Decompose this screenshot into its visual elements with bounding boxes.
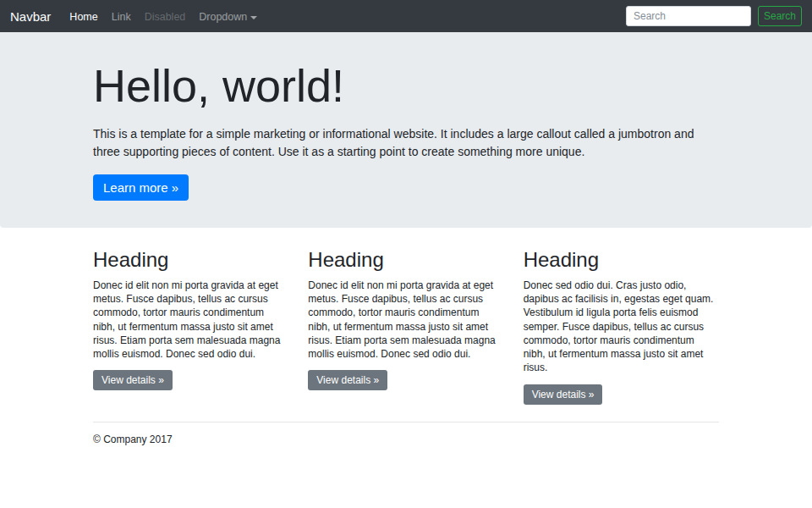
column-body: Donec id elit non mi porta gravida at eg… <box>308 279 503 362</box>
navbar: Navbar Home Link Disabled Dropdown Searc… <box>0 0 812 32</box>
dropdown-label: Dropdown <box>199 11 247 23</box>
nav-item-home[interactable]: Home <box>63 11 104 23</box>
nav-item-dropdown[interactable]: Dropdown <box>192 11 264 23</box>
jumbotron-description: This is a template for a simple marketin… <box>93 125 719 161</box>
navbar-nav: Home Link Disabled Dropdown <box>63 8 264 24</box>
search-form: Search <box>626 6 802 26</box>
search-input[interactable] <box>626 6 751 26</box>
jumbotron-title: Hello, world! <box>93 58 719 113</box>
column-heading: Heading <box>308 248 503 273</box>
main-content: Hello, world! This is a template for a s… <box>0 32 812 445</box>
column-body: Donec id elit non mi porta gravida at eg… <box>93 279 288 362</box>
column-heading: Heading <box>93 248 288 273</box>
column-heading: Heading <box>524 248 719 273</box>
nav-item-disabled: Disabled <box>138 11 193 23</box>
view-details-button-3[interactable]: View details » <box>524 384 603 405</box>
footer: © Company 2017 <box>93 433 719 445</box>
feature-column-2: Heading Donec id elit non mi porta gravi… <box>308 248 503 405</box>
view-details-button-2[interactable]: View details » <box>308 370 387 390</box>
feature-column-3: Heading Donec sed odio dui. Cras justo o… <box>524 248 719 405</box>
view-details-button-1[interactable]: View details » <box>93 370 173 390</box>
copyright-text: © Company 2017 <box>93 433 719 445</box>
feature-column-1: Heading Donec id elit non mi porta gravi… <box>93 248 288 405</box>
caret-down-icon <box>250 16 257 19</box>
nav-item-link[interactable]: Link <box>105 11 138 23</box>
column-body: Donec sed odio dui. Cras justo odio, dap… <box>524 279 719 375</box>
search-button[interactable]: Search <box>758 6 802 26</box>
jumbotron: Hello, world! This is a template for a s… <box>0 32 812 228</box>
navbar-brand[interactable]: Navbar <box>10 9 51 24</box>
learn-more-button[interactable]: Learn more » <box>93 174 189 201</box>
feature-columns: Heading Donec id elit non mi porta gravi… <box>93 248 719 405</box>
footer-divider <box>93 422 719 422</box>
